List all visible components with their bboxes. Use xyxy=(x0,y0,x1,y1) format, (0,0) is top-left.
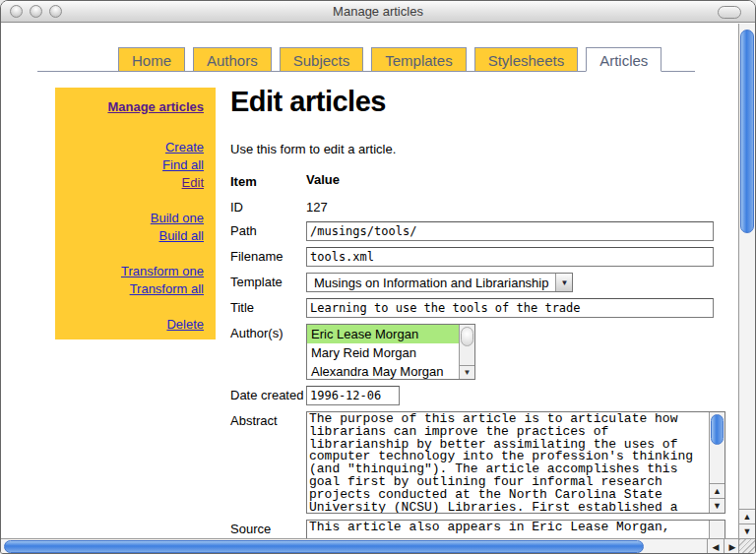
tab-articles[interactable]: Articles xyxy=(586,47,662,72)
scroll-down-icon[interactable]: ▼ xyxy=(710,498,724,513)
toolbar-toggle-button[interactable] xyxy=(718,6,741,19)
template-select[interactable]: Musings on Information and Librarianship… xyxy=(306,273,573,292)
tab-bar: Home Authors Subjects Templates Styleshe… xyxy=(37,46,695,72)
source-text[interactable]: This article also appears in Eric Lease … xyxy=(307,521,708,538)
filename-label: Filename xyxy=(230,247,306,267)
date-created-row: Date created xyxy=(230,386,727,405)
source-row: Source This article also appears in Eric… xyxy=(230,520,727,538)
template-label: Template xyxy=(230,273,306,292)
id-label: ID xyxy=(230,198,306,215)
sidebar-item-delete[interactable]: Delete xyxy=(55,316,204,334)
window-vertical-scrollbar[interactable]: ▲ ▼ xyxy=(738,24,755,538)
filename-row: Filename xyxy=(230,247,727,267)
browser-window: Manage articles Home Authors Subjects Te… xyxy=(0,0,756,554)
scrollbar-thumb[interactable] xyxy=(4,540,644,553)
abstract-label: Abstract xyxy=(230,411,306,514)
path-input[interactable] xyxy=(306,221,714,241)
column-header-item: Item xyxy=(230,172,306,190)
sidebar-item-build-one[interactable]: Build one xyxy=(55,210,204,227)
author-option-selected[interactable]: Eric Lease Morgan xyxy=(307,325,459,343)
abstract-row: Abstract The purpose of this article is … xyxy=(230,411,727,514)
date-created-label: Date created xyxy=(230,386,306,405)
template-selected-value: Musings on Information and Librarianship xyxy=(307,276,555,290)
id-value: 127 xyxy=(306,198,727,215)
table-header-row: Item Value xyxy=(230,172,727,190)
scrollbar-thumb[interactable] xyxy=(461,327,473,346)
title-label: Title xyxy=(230,298,306,318)
scroll-down-icon[interactable]: ▼ xyxy=(460,365,474,379)
author-option[interactable]: Alexandra May Morgan xyxy=(307,362,459,380)
title-bar: Manage articles xyxy=(1,1,755,23)
path-label: Path xyxy=(230,221,306,241)
scroll-up-icon[interactable]: ▲ xyxy=(710,483,724,498)
title-input[interactable] xyxy=(306,298,714,318)
sidebar-item-transform-one[interactable]: Transform one xyxy=(55,263,204,280)
window-title: Manage articles xyxy=(1,4,755,19)
tab-subjects[interactable]: Subjects xyxy=(280,47,364,72)
page-title: Edit articles xyxy=(230,86,727,118)
page-content: Home Authors Subjects Templates Styleshe… xyxy=(1,24,740,538)
sidebar-item-create[interactable]: Create xyxy=(55,139,204,156)
template-row: Template Musings on Information and Libr… xyxy=(230,273,727,292)
tab-stylesheets[interactable]: Stylesheets xyxy=(474,47,579,72)
main-area: Edit articles Use this form to edit a ar… xyxy=(230,86,727,538)
sidebar: Manage articles Create Find all Edit Bui… xyxy=(55,88,216,339)
sidebar-item-transform-all[interactable]: Transform all xyxy=(55,280,204,298)
textarea-scrollbar[interactable] xyxy=(709,521,724,538)
tab-authors[interactable]: Authors xyxy=(193,47,272,72)
abstract-text[interactable]: The purpose of this article is to articu… xyxy=(307,412,708,513)
path-row: Path xyxy=(230,221,727,241)
authors-label: Author(s) xyxy=(230,324,306,380)
chevron-down-icon: ▼ xyxy=(561,278,569,287)
sidebar-item-build-all[interactable]: Build all xyxy=(55,227,204,245)
scrollbar-thumb[interactable] xyxy=(740,30,754,233)
authors-row: Author(s) Eric Lease Morgan Mary Reid Mo… xyxy=(230,324,727,380)
title-row: Title xyxy=(230,298,727,318)
date-created-input[interactable] xyxy=(306,386,400,405)
author-option[interactable]: Mary Reid Morgan xyxy=(307,343,459,362)
column-header-value: Value xyxy=(306,172,727,190)
scrollbar-thumb[interactable] xyxy=(711,414,724,445)
id-row: ID 127 xyxy=(230,198,727,215)
tab-home[interactable]: Home xyxy=(118,47,185,72)
source-textarea[interactable]: This article also appears in Eric Lease … xyxy=(306,520,725,538)
textarea-scrollbar[interactable]: ▲ ▼ xyxy=(709,412,724,513)
source-label: Source xyxy=(230,520,306,538)
sidebar-item-manage-articles[interactable]: Manage articles xyxy=(55,98,204,116)
listbox-scrollbar[interactable]: ▼ xyxy=(459,325,474,379)
scroll-left-icon[interactable]: ◀ xyxy=(707,539,724,554)
window-controls xyxy=(10,5,62,18)
scroll-up-icon[interactable]: ▲ xyxy=(739,509,755,523)
sidebar-item-edit[interactable]: Edit xyxy=(55,174,204,192)
scroll-down-icon[interactable]: ▼ xyxy=(739,523,755,538)
abstract-textarea[interactable]: The purpose of this article is to articu… xyxy=(306,411,725,514)
intro-text: Use this form to edit a article. xyxy=(230,142,727,156)
sidebar-item-find-all[interactable]: Find all xyxy=(55,156,204,174)
window-horizontal-scrollbar[interactable]: ◀ ▶ xyxy=(1,538,740,554)
resize-grip[interactable] xyxy=(738,538,755,554)
filename-input[interactable] xyxy=(306,247,714,267)
authors-listbox[interactable]: Eric Lease Morgan Mary Reid Morgan Alexa… xyxy=(306,324,475,380)
tab-templates[interactable]: Templates xyxy=(371,47,466,72)
minimize-button[interactable] xyxy=(30,5,42,18)
dropdown-button[interactable]: ▼ xyxy=(555,274,572,291)
edit-form: Item Value ID 127 Path Filename xyxy=(230,172,727,538)
close-button[interactable] xyxy=(10,5,23,18)
zoom-button[interactable] xyxy=(49,5,62,18)
